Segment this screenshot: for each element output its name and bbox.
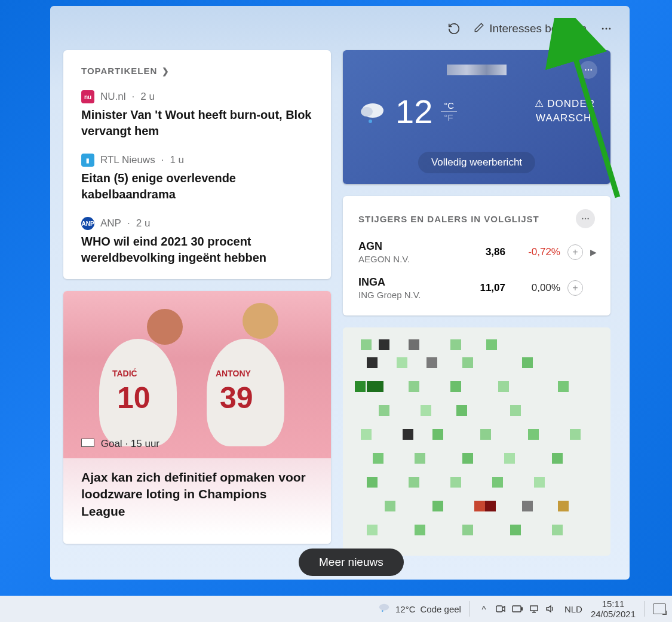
svg-rect-45 — [367, 477, 378, 488]
top-articles-header[interactable]: TOPARTIKELEN ❯ — [81, 66, 313, 76]
jersey-number: 10 — [117, 381, 151, 415]
news-headline: Minister Van 't Wout heeft burn-out, Blo… — [81, 107, 313, 139]
system-tray: ^ — [478, 603, 556, 614]
svg-point-4 — [585, 69, 586, 71]
stock-add-button[interactable]: + — [567, 244, 583, 260]
warning-icon: ⚠ — [535, 98, 544, 109]
weather-unit-f[interactable]: °F — [441, 112, 457, 123]
svg-point-8 — [361, 107, 373, 117]
svg-rect-60 — [552, 525, 563, 535]
svg-rect-22 — [462, 357, 473, 368]
svg-point-61 — [379, 603, 389, 610]
weather-more-button[interactable] — [579, 61, 597, 79]
svg-rect-63 — [496, 606, 502, 612]
svg-rect-42 — [462, 453, 473, 464]
news-item[interactable]: nu NU.nl · 2 u Minister Van 't Wout heef… — [81, 90, 313, 139]
stock-symbol: INGA — [358, 276, 456, 289]
meet-now-icon[interactable] — [495, 603, 506, 614]
source-badge-icon: nu — [81, 90, 94, 103]
svg-rect-56 — [367, 525, 378, 535]
svg-rect-51 — [432, 501, 443, 511]
svg-point-2 — [609, 28, 610, 30]
svg-rect-49 — [534, 477, 545, 488]
sports-time: 15 uur — [131, 438, 159, 449]
svg-marker-69 — [547, 606, 551, 612]
news-item[interactable]: ANP ANP · 2 u WHO wil eind 2021 30 proce… — [81, 217, 313, 266]
stocks-card: STIJGERS EN DALERS IN VOLGLIJST AGN AEGO… — [343, 196, 610, 315]
svg-rect-40 — [373, 453, 383, 464]
more-news-button[interactable]: Meer nieuws — [299, 549, 404, 576]
pixelated-card[interactable] — [343, 327, 610, 556]
news-and-interests-panel: Interesses beheren TOPARTIKELEN ❯ nu — [50, 6, 630, 580]
svg-rect-32 — [456, 405, 467, 416]
svg-rect-55 — [558, 501, 569, 511]
news-headline: WHO wil eind 2021 30 procent wereldbevol… — [81, 234, 313, 266]
refresh-button[interactable] — [444, 19, 464, 39]
cloud-icon — [378, 602, 391, 616]
svg-rect-43 — [504, 453, 515, 464]
stock-change-pct: -0,72% — [513, 246, 560, 258]
svg-rect-25 — [367, 381, 383, 392]
svg-rect-33 — [510, 405, 521, 416]
taskbar-clock[interactable]: 15:11 24/05/2021 — [591, 599, 636, 620]
taskbar: 12°C Code geel ^ NLD 15:11 24/05/2021 — [0, 596, 672, 622]
taskbar-language[interactable]: NLD — [564, 604, 582, 614]
source-badge-icon: ANP — [81, 217, 94, 230]
stock-price: 3,86 — [464, 246, 505, 258]
manage-interests-button[interactable]: Interesses beheren — [468, 19, 593, 39]
stock-company: ING Groep N.V. — [358, 290, 456, 300]
svg-rect-64 — [513, 606, 521, 612]
sports-news-card[interactable]: TADIĆ 10 ANTONY 39 Goal · 15 uur Ajax ka… — [63, 291, 331, 544]
weather-temperature: 12 — [395, 92, 432, 131]
panel-more-button[interactable] — [596, 19, 616, 39]
svg-point-0 — [602, 28, 604, 30]
svg-point-6 — [590, 69, 591, 71]
svg-rect-13 — [343, 327, 610, 556]
tray-chevron-up-icon[interactable]: ^ — [478, 603, 489, 614]
svg-rect-27 — [450, 381, 461, 392]
weather-unit-c[interactable]: °C — [441, 100, 457, 112]
sports-source: Goal — [101, 438, 122, 449]
jersey-number: 39 — [220, 381, 253, 415]
full-weather-report-button[interactable]: Volledig weerbericht — [418, 152, 535, 173]
svg-rect-14 — [361, 339, 372, 350]
stock-row[interactable]: INGA ING Groep N.V. 11,07 0,00% + — [343, 270, 610, 306]
svg-rect-19 — [367, 357, 378, 368]
stock-row[interactable]: AGN AEGON N.V. 3,86 -0,72% + ▶ — [343, 234, 610, 270]
stock-add-button[interactable]: + — [567, 280, 583, 296]
news-item[interactable]: ▮ RTL Nieuws · 1 u Eitan (5) enige overl… — [81, 154, 313, 203]
svg-rect-15 — [379, 339, 389, 350]
stock-change-pct: 0,00% — [513, 282, 560, 294]
svg-rect-39 — [570, 429, 581, 440]
svg-point-9 — [369, 120, 372, 123]
svg-rect-65 — [521, 608, 523, 610]
svg-rect-46 — [409, 477, 419, 488]
cloud-rain-icon — [358, 100, 387, 124]
taskbar-divider — [470, 601, 470, 617]
stock-symbol: AGN — [358, 240, 456, 253]
sports-image: TADIĆ 10 ANTONY 39 Goal · 15 uur — [63, 291, 331, 458]
network-icon[interactable] — [529, 603, 539, 614]
news-source: NU.nl — [100, 91, 126, 103]
news-time: 2 u — [136, 217, 151, 229]
taskbar-weather-widget[interactable]: 12°C Code geel — [378, 602, 461, 616]
action-center-button[interactable] — [653, 603, 666, 614]
left-column: TOPARTIKELEN ❯ nu NU.nl · 2 u Minister V… — [63, 50, 331, 556]
svg-rect-16 — [409, 339, 419, 350]
svg-rect-38 — [528, 429, 539, 440]
stocks-next-button[interactable]: ▶ — [590, 247, 599, 257]
svg-rect-48 — [492, 477, 503, 488]
stock-company: AEGON N.V. — [358, 254, 456, 264]
battery-icon[interactable] — [512, 603, 523, 614]
svg-rect-28 — [498, 381, 509, 392]
svg-rect-66 — [530, 606, 538, 611]
taskbar-temp: 12°C — [395, 604, 416, 614]
volume-icon[interactable] — [545, 603, 556, 614]
svg-rect-17 — [450, 339, 461, 350]
svg-rect-41 — [415, 453, 425, 464]
weather-card[interactable]: 12 °C °F ⚠ DONDER WAARSCH. Volledig weer… — [343, 50, 610, 184]
svg-point-62 — [382, 610, 383, 612]
weather-location-redacted — [447, 65, 507, 75]
stocks-more-button[interactable] — [576, 209, 595, 228]
stock-price: 11,07 — [464, 282, 505, 294]
